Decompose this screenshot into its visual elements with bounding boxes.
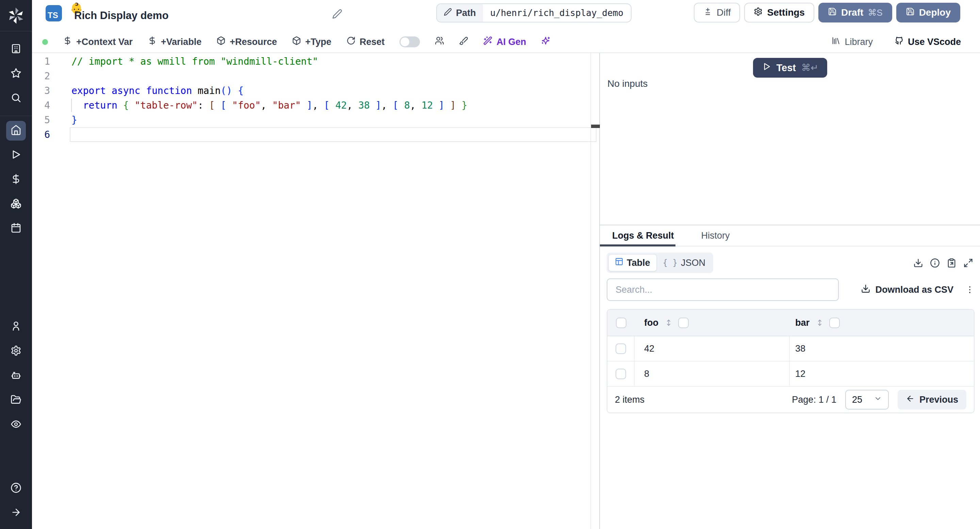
table-body: 4238812 [608, 336, 974, 387]
chevron-down-icon [874, 395, 882, 405]
deploy-button[interactable]: Deploy [896, 3, 960, 22]
windmill-logo[interactable] [0, 0, 32, 31]
tab-history[interactable]: History [701, 231, 730, 241]
status-dot [42, 39, 48, 45]
table-row[interactable]: 4238 [608, 336, 974, 362]
table-icon [615, 257, 624, 268]
save-icon [828, 7, 837, 18]
add-variable-button[interactable]: +Variable [148, 36, 202, 48]
sidebar-item-resources[interactable] [6, 194, 26, 214]
sidebar [0, 0, 32, 529]
diff-button[interactable]: Diff [694, 3, 740, 22]
use-vscode-button[interactable]: Use VScode [894, 36, 961, 48]
sidebar-item-folders[interactable] [6, 390, 26, 410]
reset-icon [347, 36, 356, 48]
download-result-icon[interactable] [913, 258, 923, 268]
table-menu-kebab-icon[interactable] [965, 285, 975, 295]
code-editor[interactable]: 1// import * as wmill from "windmill-cli… [32, 53, 600, 529]
code-line[interactable]: 3export async function main() { [32, 83, 599, 98]
sidebar-item-runs[interactable] [6, 145, 26, 165]
star-icon [11, 68, 21, 80]
diff-icon [703, 7, 712, 18]
add-type-button[interactable]: +Type [292, 36, 331, 48]
diff-mode-toggle[interactable] [399, 37, 420, 47]
no-inputs-label: No inputs [608, 78, 648, 89]
row-checkbox[interactable] [616, 344, 626, 354]
sidebar-expand-button[interactable] [6, 503, 26, 523]
github-icon [894, 36, 904, 48]
edit-summary-pencil-icon[interactable] [332, 9, 342, 21]
active-tab-underline [600, 244, 675, 247]
library-button[interactable]: Library [831, 36, 873, 48]
sidebar-item-workers[interactable] [6, 366, 26, 386]
sidebar-item-workspace[interactable] [6, 40, 26, 59]
line-number: 6 [32, 129, 70, 140]
page-size-select[interactable]: 25 [845, 390, 889, 409]
copy-result-icon[interactable] [947, 258, 956, 268]
test-button[interactable]: Test ⌘↵ [753, 58, 827, 78]
ai-sparkles-button[interactable] [541, 36, 550, 48]
reset-button[interactable]: Reset [347, 36, 385, 48]
info-icon[interactable] [930, 258, 940, 268]
settings-button[interactable]: Settings [744, 3, 814, 22]
library-icon [831, 36, 840, 48]
wand-icon [483, 36, 492, 48]
top-bar: TS 👶 Rich Display demo Path u/henri/rich… [32, 0, 980, 31]
building-icon [11, 43, 21, 56]
column-header-bar[interactable]: bar [795, 318, 810, 328]
sidebar-item-users[interactable] [6, 317, 26, 337]
download-csv-button[interactable]: Download as CSV [861, 284, 953, 296]
sidebar-item-help[interactable] [6, 479, 26, 498]
code-line[interactable]: 4 return { "table-row": [ [ "foo", "bar"… [32, 98, 599, 113]
save-icon [906, 7, 915, 18]
previous-page-button[interactable]: Previous [898, 390, 966, 409]
add-context-var-button[interactable]: +Context Var [63, 36, 133, 48]
view-mode-json[interactable]: { } JSON [657, 255, 711, 271]
ai-gen-button[interactable]: AI Gen [483, 36, 526, 48]
gear-icon [754, 7, 762, 18]
path-value[interactable]: u/henri/rich_display_demo [483, 4, 631, 22]
code-lines: 1// import * as wmill from "windmill-cli… [32, 54, 599, 142]
package-icon [292, 36, 301, 48]
table-footer: 2 items Page: 1 / 1 25 Pre [608, 387, 974, 413]
column-toggle-bar[interactable] [829, 318, 840, 328]
sort-icon[interactable] [665, 319, 673, 327]
row-checkbox[interactable] [616, 369, 626, 379]
view-mode-table[interactable]: Table [608, 254, 657, 271]
select-all-checkbox[interactable] [616, 318, 627, 328]
path-chip[interactable]: Path u/henri/rich_display_demo [436, 3, 632, 22]
search-input[interactable] [607, 279, 839, 301]
sort-icon[interactable] [816, 319, 824, 327]
sidebar-item-settings[interactable] [6, 341, 26, 361]
code-line[interactable]: 1// import * as wmill from "windmill-cli… [32, 54, 599, 69]
sidebar-item-variables[interactable] [6, 170, 26, 190]
sidebar-item-schedules[interactable] [6, 219, 26, 239]
draft-button[interactable]: Draft ⌘S [818, 3, 892, 22]
braces-icon: { } [663, 258, 678, 268]
sidebar-item-search[interactable] [6, 89, 26, 108]
run-panel: Test ⌘↵ No inputs Logs & Result History [600, 53, 980, 529]
sidebar-item-favorites[interactable] [6, 64, 26, 84]
inputs-area: Test ⌘↵ No inputs [600, 53, 980, 225]
add-resource-button[interactable]: +Resource [216, 36, 277, 48]
help-icon [11, 482, 21, 495]
table-row[interactable]: 812 [608, 362, 974, 387]
expand-icon[interactable] [963, 258, 973, 268]
column-header-foo[interactable]: foo [644, 318, 659, 328]
play-icon [11, 149, 21, 161]
code-line[interactable]: 6 [32, 127, 599, 142]
code-line[interactable]: 5} [32, 113, 599, 127]
column-toggle-foo[interactable] [678, 318, 689, 328]
line-number: 4 [32, 100, 70, 111]
pencil-icon [444, 8, 452, 18]
sidebar-divider [0, 116, 32, 116]
arrow-left-icon [906, 394, 915, 405]
page-indicator: Page: 1 / 1 [792, 395, 837, 405]
arrow-right-icon [11, 507, 21, 519]
format-code-button[interactable] [459, 36, 468, 48]
multiplayer-button[interactable] [435, 36, 444, 48]
sidebar-item-audit-logs[interactable] [6, 415, 26, 435]
tab-logs-result[interactable]: Logs & Result [612, 231, 674, 241]
sidebar-item-home[interactable] [6, 121, 26, 140]
code-line[interactable]: 2 [32, 69, 599, 83]
